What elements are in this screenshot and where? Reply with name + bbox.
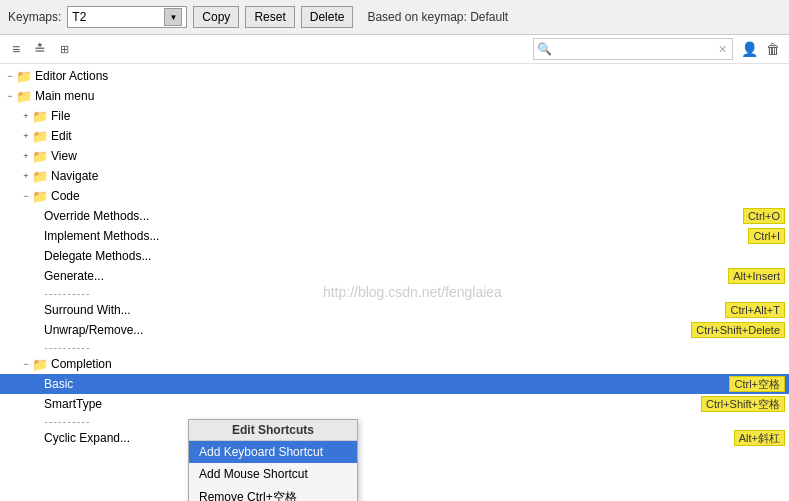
tree-item-smarttype[interactable]: SmartType Ctrl+Shift+空格 [0, 394, 789, 414]
tree-label-main-menu: Main menu [35, 89, 789, 103]
keymap-value: T2 [72, 10, 164, 24]
reset-button[interactable]: Reset [245, 6, 294, 28]
tree-item-delegate[interactable]: Delegate Methods... [0, 246, 789, 266]
tree-label-edit: Edit [51, 129, 789, 143]
tree-item-sep2: ---------- [0, 340, 789, 354]
tree-item-generate[interactable]: Generate... Alt+Insert [0, 266, 789, 286]
tree-label-sep2: ---------- [44, 341, 789, 353]
clear-search-icon[interactable]: ✕ [712, 39, 732, 59]
expand-icon-view[interactable]: + [20, 150, 32, 162]
tree-item-file[interactable]: + 📁 File [0, 106, 789, 126]
delete-button[interactable]: Delete [301, 6, 354, 28]
tree-item-completion[interactable]: − 📁 Completion [0, 354, 789, 374]
shortcut-unwrap: Ctrl+Shift+Delete [691, 322, 785, 338]
based-on-label: Based on keymap: Default [367, 10, 508, 24]
folder-icon-navigate: 📁 [32, 168, 48, 184]
collapse-all-icon[interactable]: ≛ [30, 39, 50, 59]
expand-icon-main-menu[interactable]: − [4, 90, 16, 102]
tree-area: http://blog.csdn.net/fenglaiea − 📁 Edito… [0, 64, 789, 501]
tree-item-edit[interactable]: + 📁 Edit [0, 126, 789, 146]
shortcut-smarttype: Ctrl+Shift+空格 [701, 396, 785, 412]
folder-icon-file: 📁 [32, 108, 48, 124]
tree-label-generate: Generate... [44, 269, 728, 283]
expand-icon-edit[interactable]: + [20, 130, 32, 142]
tree-label-override: Override Methods... [44, 209, 743, 223]
filter-icon[interactable]: ⊞ [54, 39, 74, 59]
tree-item-editor-actions[interactable]: − 📁 Editor Actions [0, 66, 789, 86]
tree-label-navigate: Navigate [51, 169, 789, 183]
tree-item-unwrap[interactable]: Unwrap/Remove... Ctrl+Shift+Delete [0, 320, 789, 340]
folder-icon-completion: 📁 [32, 356, 48, 372]
folder-icon-main-menu: 📁 [16, 88, 32, 104]
tree-item-code[interactable]: − 📁 Code [0, 186, 789, 206]
context-menu-item-add-keyboard[interactable]: Add Keyboard Shortcut [189, 441, 357, 463]
expand-icon-code[interactable]: − [20, 190, 32, 202]
expand-icon-file[interactable]: + [20, 110, 32, 122]
tree-item-cyclicexpand[interactable]: Cyclic Expand... Alt+斜杠 [0, 428, 789, 448]
folder-icon-code: 📁 [32, 188, 48, 204]
expand-icon-navigate[interactable]: + [20, 170, 32, 182]
tree-label-view: View [51, 149, 789, 163]
copy-button[interactable]: Copy [193, 6, 239, 28]
main-content: http://blog.csdn.net/fenglaiea − 📁 Edito… [0, 64, 789, 501]
folder-icon-editor-actions: 📁 [16, 68, 32, 84]
context-menu-item-add-mouse[interactable]: Add Mouse Shortcut [189, 463, 357, 485]
trash-icon[interactable]: 🗑 [763, 39, 783, 59]
tree-label-basic: Basic [44, 377, 729, 391]
shortcut-cyclicexpand: Alt+斜杠 [734, 430, 785, 446]
tree-item-basic[interactable]: Basic Ctrl+空格 [0, 374, 789, 394]
tree-label-editor-actions: Editor Actions [35, 69, 789, 83]
keymap-label: Keymaps: [8, 10, 61, 24]
shortcut-basic: Ctrl+空格 [729, 376, 785, 392]
context-menu-header: Edit Shortcuts [189, 420, 357, 441]
tree-item-view[interactable]: + 📁 View [0, 146, 789, 166]
tree-label-file: File [51, 109, 789, 123]
second-toolbar: ≡ ≛ ⊞ 🔍 ✕ 👤 🗑 [0, 35, 789, 64]
tree-item-surround[interactable]: Surround With... Ctrl+Alt+T [0, 300, 789, 320]
tree-label-smarttype: SmartType [44, 397, 701, 411]
search-box: 🔍 ✕ [533, 38, 733, 60]
shortcut-generate: Alt+Insert [728, 268, 785, 284]
tree-label-completion: Completion [51, 357, 789, 371]
expand-all-icon[interactable]: ≡ [6, 39, 26, 59]
tree-item-main-menu[interactable]: − 📁 Main menu [0, 86, 789, 106]
expand-icon-editor-actions[interactable]: − [4, 70, 16, 82]
search-input[interactable] [554, 42, 712, 56]
tree-label-unwrap: Unwrap/Remove... [44, 323, 691, 337]
keymap-dropdown-btn[interactable]: ▼ [164, 8, 182, 26]
shortcut-implement: Ctrl+I [748, 228, 785, 244]
tree-label-delegate: Delegate Methods... [44, 249, 789, 263]
top-bar: Keymaps: T2 ▼ Copy Reset Delete Based on… [0, 0, 789, 35]
tree-item-sep1: ---------- [0, 286, 789, 300]
tree-item-implement[interactable]: Implement Methods... Ctrl+I [0, 226, 789, 246]
folder-icon-edit: 📁 [32, 128, 48, 144]
tree-label-implement: Implement Methods... [44, 229, 748, 243]
shortcut-override: Ctrl+O [743, 208, 785, 224]
tree-item-override[interactable]: Override Methods... Ctrl+O [0, 206, 789, 226]
shortcut-surround: Ctrl+Alt+T [725, 302, 785, 318]
tree-label-code: Code [51, 189, 789, 203]
context-menu-item-remove[interactable]: Remove Ctrl+空格 [189, 485, 357, 501]
keymap-select-box[interactable]: T2 ▼ [67, 6, 187, 28]
folder-icon-view: 📁 [32, 148, 48, 164]
tree-label-sep1: ---------- [44, 287, 789, 299]
context-menu: Edit Shortcuts Add Keyboard Shortcut Add… [188, 419, 358, 501]
tree-item-sep3: ---------- [0, 414, 789, 428]
tree-label-surround: Surround With... [44, 303, 725, 317]
tree-label-sep3: ---------- [44, 415, 789, 427]
tree-label-cyclicexpand: Cyclic Expand... [44, 431, 734, 445]
expand-icon-completion[interactable]: − [20, 358, 32, 370]
search-icon: 🔍 [534, 39, 554, 59]
tree-item-navigate[interactable]: + 📁 Navigate [0, 166, 789, 186]
user-icon[interactable]: 👤 [739, 39, 759, 59]
